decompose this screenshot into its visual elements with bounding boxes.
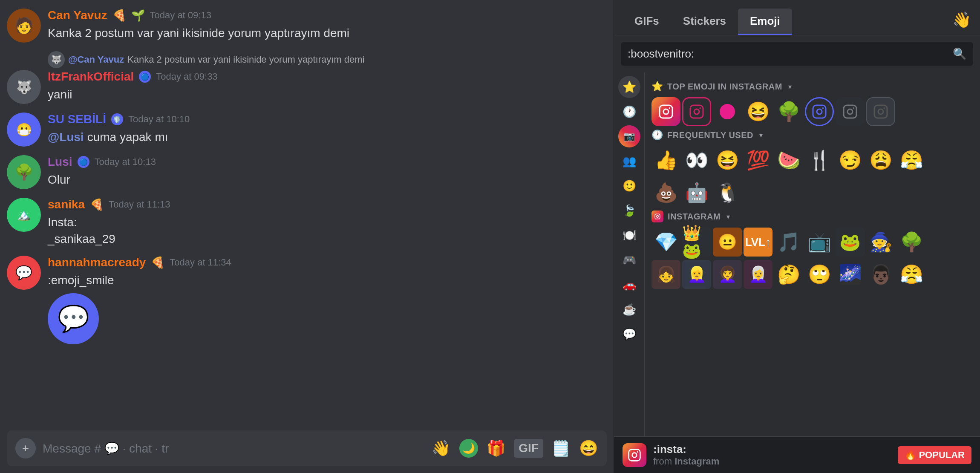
reply-mention: @Can Yavuz — [68, 54, 124, 65]
emoji-insta-logo-4[interactable] — [836, 97, 865, 126]
emoji-insta-logo-5[interactable] — [866, 97, 895, 126]
badge-pizza: 🍕 — [112, 9, 126, 22]
emoji-panel: GIFs Stickers Emoji 👋 🔍 ⭐ 🕐 📷 👥 🙂 🍃 🍽️ 🎮… — [614, 0, 980, 473]
sidebar-item-clock[interactable]: 🕐 — [618, 101, 640, 123]
discord-badge-lusi: 🔵 — [78, 156, 89, 168]
discord-badge: 🔵 — [139, 71, 151, 83]
emoji-row-instagram-1: 💎 👑🐸 😐 LVL↑ 🎵 📺 🐸 🧙 🌳 — [651, 228, 973, 257]
emoji-pink-dot[interactable] — [713, 97, 742, 126]
emoji-poop[interactable]: 💩 — [651, 178, 680, 207]
sidebar-item-coffee[interactable]: ☕ — [618, 298, 640, 320]
sidebar-item-utensils[interactable]: 🍽️ — [618, 224, 640, 246]
message-text: Kanka 2 postum var yani ikisinide yorum … — [48, 25, 607, 41]
message-input[interactable]: Message # 💬 · chat · tr — [43, 441, 425, 456]
attach-button[interactable]: + — [15, 438, 36, 459]
emoji-anime-girl-2[interactable]: 👱‍♀️ — [682, 260, 711, 289]
username-susebili: SU SEBİLİ — [48, 112, 106, 126]
emoji-diamond[interactable]: 💎 — [651, 228, 680, 257]
svg-rect-15 — [655, 214, 660, 219]
emoji-pepe-crown[interactable]: 👑🐸 — [682, 228, 711, 257]
emoji-thumbs-up[interactable]: 👍 — [651, 146, 680, 175]
chat-area: 🧑 Can Yavuz 🍕 🌱 Today at 09:13 Kanka 2 p… — [0, 0, 614, 473]
chevron-down-icon[interactable]: ▾ — [788, 83, 792, 91]
message-header: ItzFrankOfficial 🔵 Today at 09:33 — [48, 70, 607, 84]
emoji-laughing-2[interactable]: 😆 — [713, 146, 742, 175]
emoji-tree[interactable]: 🌳 — [774, 97, 803, 126]
emoji-100[interactable]: 💯 — [744, 146, 772, 175]
timestamp: Today at 09:33 — [156, 71, 217, 82]
sidebar-item-star[interactable]: ⭐ — [618, 76, 640, 98]
message-content: sanika 🍕 Today at 11:13 Insta:_sanikaa_2… — [48, 198, 607, 247]
emoji-wave-icon: 👋 — [432, 439, 451, 457]
emoji-tired[interactable]: 😩 — [866, 146, 895, 175]
emoji-face-weird[interactable]: 🤔 — [774, 260, 803, 289]
emoji-wizard[interactable]: 🧙 — [866, 228, 895, 257]
chevron-down-icon-freq[interactable]: ▾ — [759, 131, 763, 139]
sticker-icon[interactable]: 🗒️ — [551, 439, 571, 457]
timestamp: Today at 11:34 — [170, 257, 231, 268]
timestamp: Today at 09:13 — [150, 10, 211, 21]
username-lusi: Lusi — [48, 155, 72, 169]
emoji-spotify[interactable]: 🎵 — [774, 228, 803, 257]
emoji-discord-custom[interactable]: 🤖 — [682, 178, 711, 207]
emoji-anime-girl-1[interactable]: 👧 — [651, 260, 680, 289]
emoji-row-top-instagram: 😆 🌳 — [651, 97, 973, 126]
emoji-pepe-angry[interactable]: 🐸 — [836, 228, 865, 257]
gif-button[interactable]: GIF — [514, 439, 543, 458]
tab-gifs[interactable]: GIFs — [623, 9, 671, 35]
emoji-smile-icon[interactable]: 😄 — [579, 439, 598, 457]
emoji-watermelon[interactable]: 🍉 — [774, 146, 803, 175]
svg-point-16 — [657, 216, 659, 218]
emoji-eyes-2[interactable]: 🙄 — [805, 260, 834, 289]
badge-pizza-sanika: 🍕 — [90, 198, 104, 211]
emoji-insta-logo-3[interactable] — [805, 97, 834, 126]
emoji-search-input[interactable] — [628, 47, 948, 61]
chevron-down-icon-insta[interactable]: ▾ — [726, 213, 730, 221]
emoji-twitch[interactable]: 📺 — [805, 228, 834, 257]
emoji-angry-face[interactable]: 😤 — [897, 260, 926, 289]
table-row: 💬 hannahmacready 🍕 Today at 11:34 :emoji… — [7, 256, 607, 344]
emoji-frustrated[interactable]: 😤 — [897, 146, 926, 175]
emoji-insta-logo-1[interactable] — [651, 97, 680, 126]
emoji-smirk[interactable]: 😏 — [836, 146, 865, 175]
message-text: Insta:_sanikaa_29 — [48, 214, 607, 247]
emoji-row-instagram-2: 👧 👱‍♀️ 👩‍🦱 👩‍🦳 🤔 🙄 🌌 👨🏿 😤 — [651, 260, 973, 289]
message-text: Olur — [48, 171, 607, 188]
emoji-fork-knife[interactable]: 🍴 — [805, 146, 834, 175]
emoji-laughing[interactable]: 😆 — [744, 97, 772, 126]
emoji-person-dark[interactable]: 👨🏿 — [866, 260, 895, 289]
sidebar-item-people[interactable]: 👥 — [618, 150, 640, 172]
tooltip-source: from Instagram — [653, 456, 891, 467]
username-can-yavuz: Can Yavuz — [48, 9, 107, 22]
sidebar-item-gamepad[interactable]: 🎮 — [618, 249, 640, 271]
emoji-eyes[interactable]: 👀 — [682, 146, 711, 175]
emoji-level-up[interactable]: LVL↑ — [744, 228, 772, 257]
section-header-instagram: INSTAGRAM ▾ — [651, 211, 973, 222]
emoji-penguin-custom[interactable]: 🐧 — [713, 178, 742, 207]
emoji-galaxy[interactable]: 🌌 — [836, 260, 865, 289]
svg-rect-9 — [844, 105, 856, 118]
svg-rect-18 — [629, 449, 640, 461]
sidebar-item-car[interactable]: 🚗 — [618, 274, 640, 296]
avatar: 😷 — [7, 112, 41, 147]
svg-rect-6 — [813, 105, 826, 118]
sidebar-item-leaf[interactable]: 🍃 — [618, 199, 640, 222]
sidebar-item-instagram[interactable]: 📷 — [618, 125, 640, 147]
gift-icon[interactable]: 🎁 — [487, 439, 506, 457]
emoji-anime-girl-3[interactable]: 👩‍🦱 — [713, 260, 742, 289]
emoji-anime-girl-4[interactable]: 👩‍🦳 — [744, 260, 772, 289]
emoji-face-custom[interactable]: 😐 — [713, 228, 742, 257]
emoji-panel-body: ⭐ 🕐 📷 👥 🙂 🍃 🍽️ 🎮 🚗 ☕ 💬 ⭐ TOP EMOJI IN IN… — [614, 72, 980, 436]
status-indicator: 🌙 — [459, 439, 478, 458]
username-hannah: hannahmacready — [48, 256, 146, 269]
svg-point-5 — [699, 107, 701, 109]
tab-emoji[interactable]: Emoji — [738, 9, 792, 35]
emoji-insta-logo-2[interactable] — [682, 97, 711, 126]
sidebar-item-shapes[interactable]: 💬 — [618, 323, 640, 345]
wave-emoji-tab: 👋 — [952, 11, 971, 29]
tab-stickers[interactable]: Stickers — [671, 9, 738, 35]
search-icon: 🔍 — [953, 47, 966, 61]
emoji-search-bar[interactable]: 🔍 — [621, 42, 973, 66]
sidebar-item-smiley[interactable]: 🙂 — [618, 175, 640, 197]
emoji-tree-2[interactable]: 🌳 — [897, 228, 926, 257]
